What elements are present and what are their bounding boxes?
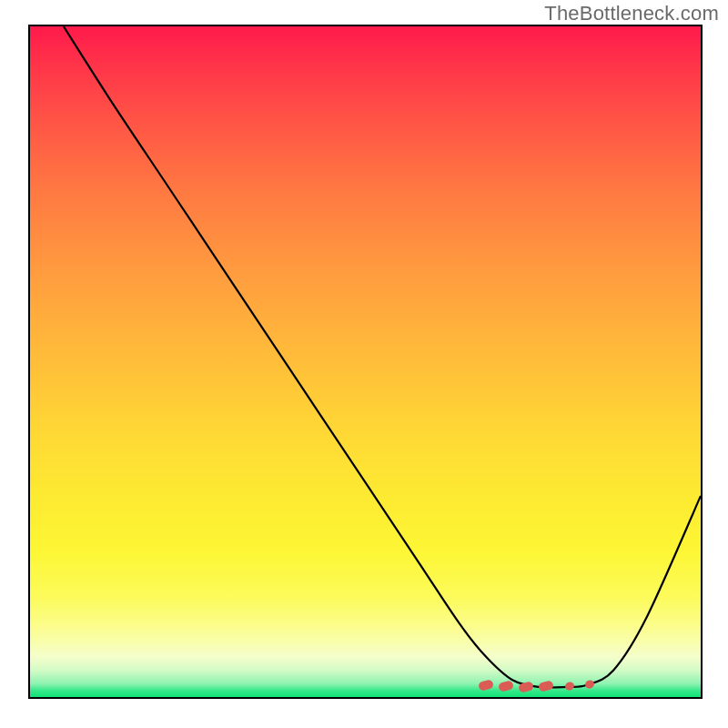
optimum-marker	[538, 680, 554, 693]
plot-area	[30, 26, 701, 697]
optimum-marker	[498, 680, 514, 693]
watermark-text: TheBottleneck.com	[544, 2, 719, 25]
optimum-marker	[564, 681, 575, 692]
optimum-marker	[584, 679, 595, 690]
optimum-marker	[518, 681, 534, 693]
chart-container: TheBottleneck.com	[0, 0, 728, 728]
optimum-marker	[478, 679, 494, 692]
optimum-markers	[30, 26, 701, 697]
